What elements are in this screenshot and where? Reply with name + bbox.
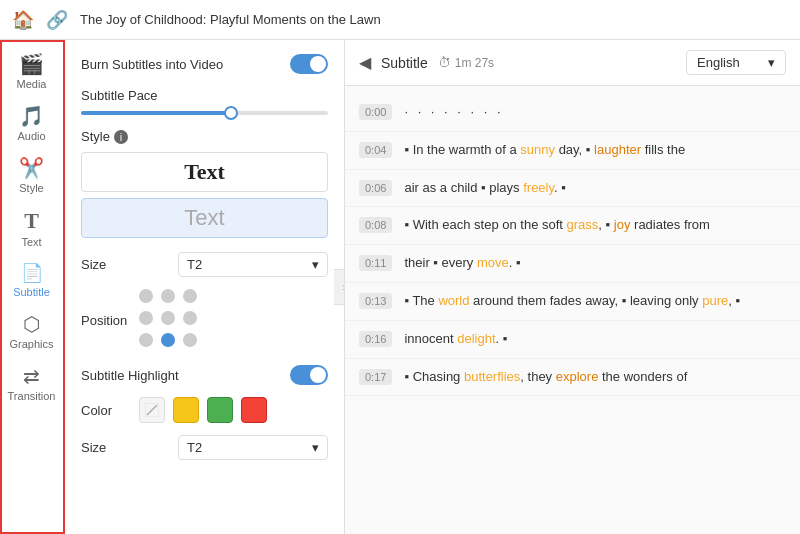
- sidebar-label-media: Media: [17, 78, 47, 90]
- graphics-icon: ⬡: [23, 312, 40, 336]
- style-text-outline-btn[interactable]: Text: [81, 198, 328, 238]
- subtitle-entry-3: 0:08 ▪ With each step on the soft grass,…: [345, 207, 800, 245]
- highlight-freely: freely: [523, 180, 554, 195]
- expand-arrow[interactable]: ›: [334, 269, 345, 305]
- subtitle-text-3: ▪ With each step on the soft grass, ▪ jo…: [404, 215, 710, 236]
- highlight-grass: grass: [567, 217, 599, 232]
- subtitle-entry-7: 0:17 ▪ Chasing butterflies, they explore…: [345, 359, 800, 397]
- style-info-icon: i: [114, 130, 128, 144]
- pos-dot-tc[interactable]: [161, 289, 175, 303]
- sidebar-item-style[interactable]: ✂️ Style: [0, 148, 63, 200]
- subtitle-text-7: ▪ Chasing butterflies, they explore the …: [404, 367, 687, 388]
- subtitle-pace-container: Subtitle Pace: [81, 88, 328, 115]
- sidebar-item-transition[interactable]: ⇄ Transition: [0, 356, 63, 408]
- share-icon[interactable]: 🔗: [46, 9, 68, 31]
- highlight-explore: explore: [556, 369, 599, 384]
- color-yellow-swatch[interactable]: [173, 397, 199, 423]
- position-label: Position: [81, 313, 131, 328]
- subtitle-icon: 📄: [21, 262, 43, 284]
- sidebar-item-audio[interactable]: 🎵 Audio: [0, 96, 63, 148]
- topbar: 🏠 🔗 The Joy of Childhood: Playful Moment…: [0, 0, 800, 40]
- subtitle-entry-0: 0:00 · · · · · · · ·: [345, 94, 800, 132]
- pos-dot-ml[interactable]: [139, 311, 153, 325]
- subtitle-pace-track: [81, 111, 328, 115]
- pos-dot-br[interactable]: [183, 333, 197, 347]
- highlight-world: world: [438, 293, 469, 308]
- highlight-joy: joy: [614, 217, 631, 232]
- timestamp-1: 0:04: [359, 142, 392, 158]
- subtitle-entry-6: 0:16 innocent delight. ▪: [345, 321, 800, 359]
- slider-thumb[interactable]: [224, 106, 238, 120]
- timestamp-0: 0:00: [359, 104, 392, 120]
- burn-subtitles-label: Burn Subtitles into Video: [81, 57, 223, 72]
- sidebar-label-subtitle: Subtitle: [13, 286, 50, 298]
- home-icon[interactable]: 🏠: [12, 9, 34, 31]
- style-text-solid-btn[interactable]: Text: [81, 152, 328, 192]
- color-red-swatch[interactable]: [241, 397, 267, 423]
- timestamp-5: 0:13: [359, 293, 392, 309]
- page-title: The Joy of Childhood: Playful Moments on…: [80, 12, 381, 27]
- language-chevron-icon: ▾: [768, 55, 775, 70]
- language-select[interactable]: English ▾: [686, 50, 786, 75]
- highlight-sunny: sunny: [520, 142, 555, 157]
- subtitle-entry-4: 0:11 their ▪ every move. ▪: [345, 245, 800, 283]
- pos-dot-bc[interactable]: [161, 333, 175, 347]
- subtitle-text-1: ▪ In the warmth of a sunny day, ▪ laught…: [404, 140, 685, 161]
- right-panel: ◀ Subtitle ⏱ 1m 27s English ▾ 0:00 · · ·…: [345, 40, 800, 534]
- timestamp-7: 0:17: [359, 369, 392, 385]
- subtitle-text-2: air as a child ▪ plays freely. ▪: [404, 178, 565, 199]
- sidebar-item-subtitle[interactable]: 📄 Subtitle: [0, 254, 63, 304]
- sidebar: 🎬 Media 🎵 Audio ✂️ Style T Text 📄 Subtit…: [0, 40, 65, 534]
- color-row: Color: [81, 397, 328, 423]
- sidebar-label-text: Text: [21, 236, 41, 248]
- sidebar-label-audio: Audio: [17, 130, 45, 142]
- sidebar-item-media[interactable]: 🎬 Media: [0, 44, 63, 96]
- timestamp-3: 0:08: [359, 217, 392, 233]
- sidebar-item-graphics[interactable]: ⬡ Graphics: [0, 304, 63, 356]
- time-badge: ⏱ 1m 27s: [438, 55, 494, 70]
- size2-select[interactable]: T2 ▾: [178, 435, 328, 460]
- subtitle-entry-1: 0:04 ▪ In the warmth of a sunny day, ▪ l…: [345, 132, 800, 170]
- size2-chevron-icon: ▾: [312, 440, 319, 455]
- audio-icon: 🎵: [19, 104, 44, 128]
- subtitle-highlight-toggle[interactable]: [290, 365, 328, 385]
- style-header: Style i: [81, 129, 328, 144]
- highlight-pure: pure: [702, 293, 728, 308]
- color-none-swatch[interactable]: [139, 397, 165, 423]
- size-chevron-icon: ▾: [312, 257, 319, 272]
- position-grid: [139, 289, 201, 351]
- size-select[interactable]: T2 ▾: [178, 252, 328, 277]
- transition-icon: ⇄: [23, 364, 40, 388]
- sidebar-label-graphics: Graphics: [9, 338, 53, 350]
- burn-subtitles-toggle[interactable]: [290, 54, 328, 74]
- pos-dot-tl[interactable]: [139, 289, 153, 303]
- subtitle-text-4: their ▪ every move. ▪: [404, 253, 520, 274]
- pos-dot-tr[interactable]: [183, 289, 197, 303]
- color-green-swatch[interactable]: [207, 397, 233, 423]
- color-label: Color: [81, 403, 131, 418]
- timestamp-6: 0:16: [359, 331, 392, 347]
- language-value: English: [697, 55, 740, 70]
- back-arrow-icon[interactable]: ◀: [359, 53, 371, 72]
- clock-icon: ⏱: [438, 55, 451, 70]
- size-row: Size T2 ▾: [81, 252, 328, 277]
- sidebar-item-text[interactable]: T Text: [0, 200, 63, 254]
- subtitle-list: 0:00 · · · · · · · · 0:04 ▪ In the warmt…: [345, 86, 800, 534]
- slider-fill: [81, 111, 229, 115]
- position-row: Position: [81, 289, 328, 351]
- pos-dot-mc[interactable]: [161, 311, 175, 325]
- pos-dot-mr[interactable]: [183, 311, 197, 325]
- subtitle-entry-2: 0:06 air as a child ▪ plays freely. ▪: [345, 170, 800, 208]
- text-icon: T: [24, 208, 39, 234]
- subtitle-text-6: innocent delight. ▪: [404, 329, 507, 350]
- timestamp-2: 0:06: [359, 180, 392, 196]
- highlight-laughter: laughter: [594, 142, 641, 157]
- sidebar-label-style: Style: [19, 182, 43, 194]
- timestamp-4: 0:11: [359, 255, 392, 271]
- main-layout: 🎬 Media 🎵 Audio ✂️ Style T Text 📄 Subtit…: [0, 40, 800, 534]
- subtitle-pace-label: Subtitle Pace: [81, 88, 328, 103]
- style-section: Style i Text Text: [81, 129, 328, 238]
- style-icon: ✂️: [19, 156, 44, 180]
- style-label: Style: [81, 129, 110, 144]
- pos-dot-bl[interactable]: [139, 333, 153, 347]
